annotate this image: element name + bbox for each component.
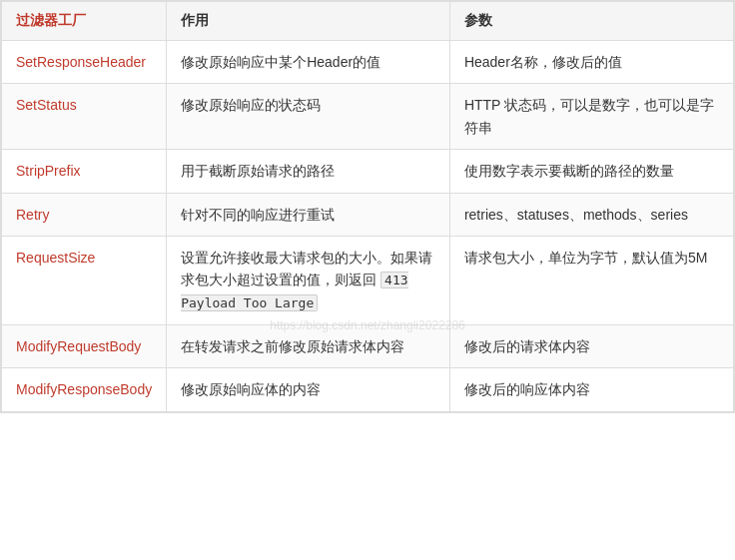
cell-params: 修改后的请求体内容 xyxy=(449,324,733,367)
cell-params: retries、statuses、methods、series xyxy=(449,193,733,236)
cell-params: 使用数字表示要截断的路径的数量 xyxy=(449,150,733,193)
cell-params: 修改后的响应体内容 xyxy=(449,368,733,411)
table-row: SetResponseHeader修改原始响应中某个Header的值Header… xyxy=(2,41,734,84)
cell-params: Header名称，修改后的值 xyxy=(449,41,733,84)
cell-factory: Retry xyxy=(2,193,167,236)
table-row: ModifyRequestBody在转发请求之前修改原始请求体内容修改后的请求体… xyxy=(2,324,734,367)
cell-effect: 设置允许接收最大请求包的大小。如果请求包大小超过设置的值，则返回 413 Pay… xyxy=(167,236,450,324)
header-effect: 作用 xyxy=(167,2,450,41)
cell-factory: ModifyRequestBody xyxy=(2,324,167,367)
table-header-row: 过滤器工厂 作用 参数 xyxy=(2,2,734,41)
filter-table: 过滤器工厂 作用 参数 SetResponseHeader修改原始响应中某个He… xyxy=(1,1,734,412)
cell-params: 请求包大小，单位为字节，默认值为5M xyxy=(449,236,733,324)
table-row: SetStatus修改原始响应的状态码HTTP 状态码，可以是数字，也可以是字符… xyxy=(2,84,734,150)
cell-effect: 修改原始响应的状态码 xyxy=(167,84,450,150)
cell-factory: StripPrefix xyxy=(2,150,167,193)
table-row: StripPrefix用于截断原始请求的路径使用数字表示要截断的路径的数量 xyxy=(2,150,734,193)
cell-factory: SetResponseHeader xyxy=(2,41,167,84)
cell-factory: SetStatus xyxy=(2,84,167,150)
cell-factory: RequestSize xyxy=(2,236,167,324)
cell-effect: 在转发请求之前修改原始请求体内容 xyxy=(167,324,450,367)
cell-effect: 修改原始响应体的内容 xyxy=(167,368,450,411)
cell-factory: ModifyResponseBody xyxy=(2,368,167,411)
cell-effect: 用于截断原始请求的路径 xyxy=(167,150,450,193)
table-row: RequestSize设置允许接收最大请求包的大小。如果请求包大小超过设置的值，… xyxy=(2,236,734,324)
table-row: Retry针对不同的响应进行重试retries、statuses、methods… xyxy=(2,193,734,236)
cell-effect: 修改原始响应中某个Header的值 xyxy=(167,41,450,84)
cell-params: HTTP 状态码，可以是数字，也可以是字符串 xyxy=(449,84,733,150)
header-params: 参数 xyxy=(449,2,733,41)
cell-effect: 针对不同的响应进行重试 xyxy=(167,193,450,236)
main-container: 过滤器工厂 作用 参数 SetResponseHeader修改原始响应中某个He… xyxy=(0,0,735,413)
header-factory: 过滤器工厂 xyxy=(2,2,167,41)
table-row: ModifyResponseBody修改原始响应体的内容修改后的响应体内容 xyxy=(2,368,734,411)
